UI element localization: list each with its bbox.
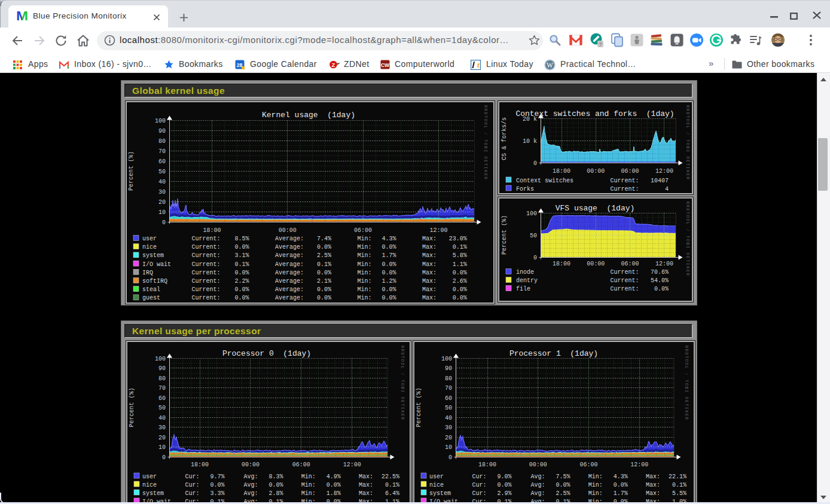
svg-text:Current:: Current: xyxy=(610,178,639,184)
svg-text:18:00: 18:00 xyxy=(191,462,209,468)
svg-text:5.8%: 5.8% xyxy=(453,252,467,259)
svg-text:Cur:: Cur: xyxy=(185,482,199,488)
svg-text:10: 10 xyxy=(158,209,166,216)
svg-text:Average:: Average: xyxy=(275,252,304,259)
svg-text:8.5%: 8.5% xyxy=(235,236,249,242)
svg-text:Min:: Min: xyxy=(301,482,316,488)
svg-text:1.2%: 1.2% xyxy=(382,278,396,285)
svg-text:Min:: Min: xyxy=(357,261,371,268)
svg-text:Average:: Average: xyxy=(275,295,304,301)
svg-text:Context switches: Context switches xyxy=(516,178,573,184)
svg-text:100: 100 xyxy=(441,356,452,362)
svg-text:Max:: Max: xyxy=(422,261,437,268)
svg-text:6.4%: 6.4% xyxy=(385,490,399,497)
svg-text:Min:: Min: xyxy=(588,474,603,480)
svg-text:system: system xyxy=(429,490,451,497)
svg-text:0: 0 xyxy=(448,454,452,461)
svg-text:Cur:: Cur: xyxy=(472,490,486,497)
svg-text:70: 70 xyxy=(445,385,452,392)
svg-text:60: 60 xyxy=(158,158,166,165)
svg-text:80: 80 xyxy=(158,375,166,382)
svg-text:00:00: 00:00 xyxy=(529,462,547,468)
svg-text:9.0%: 9.0% xyxy=(497,474,511,480)
svg-text:RRDTOOL / TOBI OETIKER: RRDTOOL / TOBI OETIKER xyxy=(685,105,690,180)
svg-text:2.2%: 2.2% xyxy=(235,278,249,285)
svg-text:t: t xyxy=(477,60,480,69)
svg-text:Max:: Max: xyxy=(422,270,437,276)
svg-text:Max:: Max: xyxy=(646,474,660,480)
svg-text:0.0%: 0.0% xyxy=(235,244,249,251)
svg-text:Max:: Max: xyxy=(422,244,437,251)
svg-text:06:00: 06:00 xyxy=(579,462,597,468)
svg-text:Min:: Min: xyxy=(301,474,316,480)
svg-text:22.5%: 22.5% xyxy=(382,474,399,480)
svg-text:60: 60 xyxy=(158,395,166,402)
svg-text:Max:: Max: xyxy=(422,295,437,301)
svg-text:2.5%: 2.5% xyxy=(556,490,570,497)
svg-text:0: 0 xyxy=(162,454,166,461)
svg-text:Current:: Current: xyxy=(610,186,639,193)
svg-text:Max:: Max: xyxy=(646,490,660,497)
svg-text:Current:: Current: xyxy=(610,277,639,284)
svg-text:M: M xyxy=(16,10,28,22)
svg-text:dentry: dentry xyxy=(516,277,538,284)
svg-text:12:00: 12:00 xyxy=(655,168,673,175)
svg-text:Avg:: Avg: xyxy=(244,490,258,497)
svg-text:18:00: 18:00 xyxy=(203,227,221,234)
svg-text:0: 0 xyxy=(533,160,537,167)
svg-text:0.0%: 0.0% xyxy=(453,270,467,276)
svg-text:40: 40 xyxy=(158,179,166,185)
svg-text:file: file xyxy=(516,286,530,292)
svg-text:80: 80 xyxy=(158,138,166,145)
svg-text:06:00: 06:00 xyxy=(621,261,639,267)
svg-text:23.0%: 23.0% xyxy=(449,236,467,242)
svg-text:Kernel usage (1day): Kernel usage (1day) xyxy=(262,111,355,120)
svg-text:50: 50 xyxy=(530,233,537,239)
svg-text:Current:: Current: xyxy=(191,270,220,276)
svg-text:system: system xyxy=(142,490,164,497)
svg-text:RRDTOOL / TOBI OETIKER: RRDTOOL / TOBI OETIKER xyxy=(483,105,488,180)
svg-text:10: 10 xyxy=(158,444,166,451)
svg-text:4.3%: 4.3% xyxy=(614,474,628,480)
svg-text:0.0%: 0.0% xyxy=(453,286,467,293)
svg-text:system: system xyxy=(142,252,164,259)
svg-text:10 k: 10 k xyxy=(523,138,537,145)
svg-text:00:00: 00:00 xyxy=(587,168,605,175)
svg-text:06:00: 06:00 xyxy=(354,227,372,234)
svg-text:2.6%: 2.6% xyxy=(453,278,467,285)
svg-text:Average:: Average: xyxy=(275,244,304,251)
svg-text:1.7%: 1.7% xyxy=(614,490,628,497)
svg-text:nice: nice xyxy=(142,244,157,251)
svg-text:18:00: 18:00 xyxy=(553,261,570,267)
svg-text:0.0%: 0.0% xyxy=(235,295,249,301)
svg-text:Context switches and forks (1: Context switches and forks (1day) xyxy=(515,109,674,118)
svg-text:20: 20 xyxy=(445,435,452,441)
svg-text:50: 50 xyxy=(445,405,452,411)
svg-text:06:00: 06:00 xyxy=(621,168,639,175)
svg-text:Percent (%): Percent (%) xyxy=(501,215,508,255)
svg-text:Average:: Average: xyxy=(275,270,304,276)
svg-text:Current:: Current: xyxy=(191,244,220,251)
svg-text:Processor 0 (1day): Processor 0 (1day) xyxy=(222,349,311,358)
svg-text:Min:: Min: xyxy=(357,270,371,276)
svg-text:4: 4 xyxy=(665,186,669,193)
svg-text:12:00: 12:00 xyxy=(429,227,447,234)
svg-text:Max:: Max: xyxy=(646,482,660,488)
svg-text:0.1%: 0.1% xyxy=(235,261,249,268)
svg-text:0.1%: 0.1% xyxy=(672,482,686,488)
svg-text:Max:: Max: xyxy=(422,252,437,259)
svg-text:Min:: Min: xyxy=(301,490,316,497)
svg-text:8.3%: 8.3% xyxy=(269,474,283,480)
svg-text:20: 20 xyxy=(158,435,166,441)
svg-text:12:00: 12:00 xyxy=(655,261,673,267)
svg-text:user: user xyxy=(429,474,444,480)
svg-text:2.1%: 2.1% xyxy=(317,278,331,285)
svg-text:18:00: 18:00 xyxy=(553,168,570,175)
svg-text:Current:: Current: xyxy=(191,236,220,242)
svg-text:0.0%: 0.0% xyxy=(382,295,396,301)
svg-text:40: 40 xyxy=(445,415,452,421)
svg-text:0.0%: 0.0% xyxy=(497,482,511,488)
svg-text:Percent (%): Percent (%) xyxy=(416,388,422,427)
svg-text:0.0%: 0.0% xyxy=(269,482,283,488)
svg-text:Current:: Current: xyxy=(191,286,220,293)
